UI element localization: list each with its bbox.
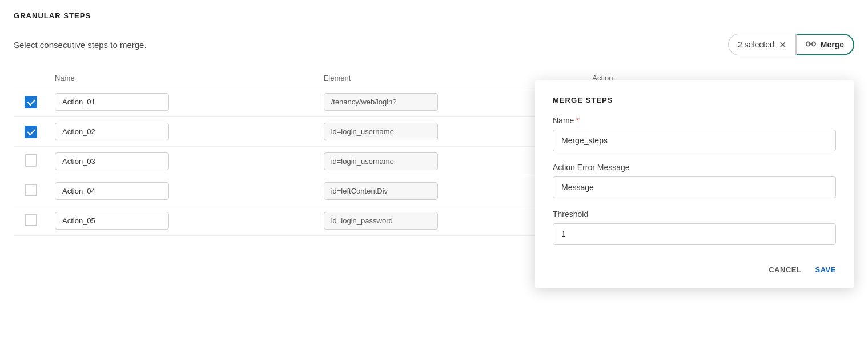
row-checkbox[interactable]	[25, 214, 37, 226]
threshold-input[interactable]	[553, 223, 836, 245]
name-field: Action_04	[55, 182, 169, 200]
name-cell: Action_05	[48, 206, 317, 236]
name-header: Name	[48, 69, 317, 87]
svg-rect-0	[806, 42, 810, 46]
row-checkbox[interactable]	[25, 126, 37, 138]
cancel-button[interactable]: CANCEL	[769, 265, 801, 274]
save-button[interactable]: SAVE	[815, 265, 836, 274]
svg-rect-1	[812, 42, 815, 46]
merge-button[interactable]: Merge	[796, 34, 854, 55]
name-field: Action_05	[55, 212, 169, 230]
selected-badge: 2 selected ✕	[728, 34, 795, 55]
name-field: Action_01	[55, 93, 169, 111]
close-icon[interactable]: ✕	[779, 39, 786, 50]
name-cell: Action_01	[48, 87, 317, 117]
merge-icon	[806, 39, 816, 50]
checkbox-cell	[14, 206, 48, 236]
required-star: *	[576, 116, 579, 125]
name-field: Action_03	[55, 152, 169, 170]
name-cell: Action_03	[48, 147, 317, 176]
threshold-form-group: Threshold	[553, 210, 836, 245]
element-field: id=login_password	[324, 212, 438, 230]
element-field: id=login_username	[324, 152, 438, 170]
name-form-group: Name *	[553, 116, 836, 151]
page-container: GRANULAR STEPS Select consecutive steps …	[0, 0, 868, 350]
element-field: id=leftContentDiv	[324, 182, 438, 200]
toolbar-right: 2 selected ✕ Merge	[728, 34, 854, 55]
merge-name-input[interactable]	[553, 130, 836, 151]
selected-count-label: 2 selected	[738, 40, 774, 49]
error-message-form-group: Action Error Message	[553, 163, 836, 198]
name-cell: Action_02	[48, 117, 317, 147]
error-message-label: Action Error Message	[553, 163, 836, 172]
checkbox-cell	[14, 147, 48, 176]
merge-button-label: Merge	[821, 40, 844, 49]
merge-panel: MERGE STEPS Name * Action Error Message …	[535, 80, 854, 288]
element-field: /tenancy/web/login?	[324, 93, 438, 111]
name-label: Name *	[553, 116, 836, 125]
checkbox-cell	[14, 87, 48, 117]
toolbar-description: Select consecutive steps to merge.	[14, 40, 147, 50]
row-checkbox[interactable]	[25, 154, 37, 167]
name-cell: Action_04	[48, 176, 317, 206]
checkbox-cell	[14, 176, 48, 206]
name-field: Action_02	[55, 123, 169, 140]
element-field: id=login_username	[324, 123, 438, 140]
merge-panel-title: MERGE STEPS	[553, 96, 836, 104]
checkbox-cell	[14, 117, 48, 147]
threshold-label: Threshold	[553, 210, 836, 219]
checkbox-header	[14, 69, 48, 87]
row-checkbox[interactable]	[25, 184, 37, 196]
panel-footer: CANCEL SAVE	[553, 256, 836, 274]
row-checkbox[interactable]	[25, 96, 37, 108]
toolbar: Select consecutive steps to merge. 2 sel…	[14, 34, 854, 55]
error-message-input[interactable]	[553, 176, 836, 198]
page-title: GRANULAR STEPS	[14, 11, 854, 20]
